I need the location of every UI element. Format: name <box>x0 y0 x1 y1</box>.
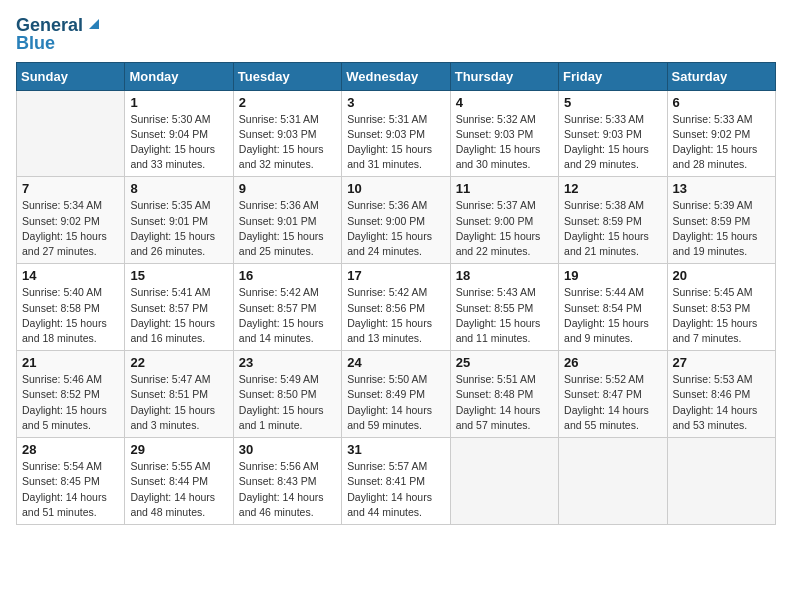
day-number: 19 <box>564 268 661 283</box>
day-detail: Sunrise: 5:30 AM Sunset: 9:04 PM Dayligh… <box>130 112 227 173</box>
calendar-cell <box>17 90 125 177</box>
calendar-cell: 28Sunrise: 5:54 AM Sunset: 8:45 PM Dayli… <box>17 438 125 525</box>
day-number: 4 <box>456 95 553 110</box>
calendar-week-row: 28Sunrise: 5:54 AM Sunset: 8:45 PM Dayli… <box>17 438 776 525</box>
calendar-cell: 31Sunrise: 5:57 AM Sunset: 8:41 PM Dayli… <box>342 438 450 525</box>
day-number: 27 <box>673 355 770 370</box>
day-detail: Sunrise: 5:53 AM Sunset: 8:46 PM Dayligh… <box>673 372 770 433</box>
page-header: General Blue <box>16 16 776 54</box>
calendar-cell: 8Sunrise: 5:35 AM Sunset: 9:01 PM Daylig… <box>125 177 233 264</box>
day-detail: Sunrise: 5:40 AM Sunset: 8:58 PM Dayligh… <box>22 285 119 346</box>
day-detail: Sunrise: 5:46 AM Sunset: 8:52 PM Dayligh… <box>22 372 119 433</box>
day-number: 28 <box>22 442 119 457</box>
svg-marker-0 <box>89 19 99 29</box>
calendar-table: SundayMondayTuesdayWednesdayThursdayFrid… <box>16 62 776 525</box>
calendar-cell: 15Sunrise: 5:41 AM Sunset: 8:57 PM Dayli… <box>125 264 233 351</box>
day-number: 16 <box>239 268 336 283</box>
day-number: 10 <box>347 181 444 196</box>
calendar-cell: 9Sunrise: 5:36 AM Sunset: 9:01 PM Daylig… <box>233 177 341 264</box>
calendar-week-row: 14Sunrise: 5:40 AM Sunset: 8:58 PM Dayli… <box>17 264 776 351</box>
day-number: 1 <box>130 95 227 110</box>
day-number: 12 <box>564 181 661 196</box>
calendar-cell: 29Sunrise: 5:55 AM Sunset: 8:44 PM Dayli… <box>125 438 233 525</box>
day-detail: Sunrise: 5:39 AM Sunset: 8:59 PM Dayligh… <box>673 198 770 259</box>
logo-blue: Blue <box>16 34 55 54</box>
calendar-cell <box>667 438 775 525</box>
day-header-saturday: Saturday <box>667 62 775 90</box>
day-detail: Sunrise: 5:41 AM Sunset: 8:57 PM Dayligh… <box>130 285 227 346</box>
day-detail: Sunrise: 5:38 AM Sunset: 8:59 PM Dayligh… <box>564 198 661 259</box>
day-number: 13 <box>673 181 770 196</box>
calendar-cell: 14Sunrise: 5:40 AM Sunset: 8:58 PM Dayli… <box>17 264 125 351</box>
calendar-cell: 16Sunrise: 5:42 AM Sunset: 8:57 PM Dayli… <box>233 264 341 351</box>
day-header-thursday: Thursday <box>450 62 558 90</box>
day-detail: Sunrise: 5:50 AM Sunset: 8:49 PM Dayligh… <box>347 372 444 433</box>
day-number: 26 <box>564 355 661 370</box>
calendar-cell: 2Sunrise: 5:31 AM Sunset: 9:03 PM Daylig… <box>233 90 341 177</box>
calendar-cell <box>450 438 558 525</box>
day-number: 25 <box>456 355 553 370</box>
day-detail: Sunrise: 5:31 AM Sunset: 9:03 PM Dayligh… <box>239 112 336 173</box>
day-number: 5 <box>564 95 661 110</box>
calendar-cell: 3Sunrise: 5:31 AM Sunset: 9:03 PM Daylig… <box>342 90 450 177</box>
calendar-cell: 30Sunrise: 5:56 AM Sunset: 8:43 PM Dayli… <box>233 438 341 525</box>
calendar-cell: 11Sunrise: 5:37 AM Sunset: 9:00 PM Dayli… <box>450 177 558 264</box>
day-header-tuesday: Tuesday <box>233 62 341 90</box>
day-number: 6 <box>673 95 770 110</box>
day-detail: Sunrise: 5:45 AM Sunset: 8:53 PM Dayligh… <box>673 285 770 346</box>
day-header-wednesday: Wednesday <box>342 62 450 90</box>
day-number: 11 <box>456 181 553 196</box>
calendar-cell: 21Sunrise: 5:46 AM Sunset: 8:52 PM Dayli… <box>17 351 125 438</box>
day-detail: Sunrise: 5:36 AM Sunset: 9:01 PM Dayligh… <box>239 198 336 259</box>
day-detail: Sunrise: 5:44 AM Sunset: 8:54 PM Dayligh… <box>564 285 661 346</box>
day-number: 14 <box>22 268 119 283</box>
day-detail: Sunrise: 5:42 AM Sunset: 8:56 PM Dayligh… <box>347 285 444 346</box>
day-number: 9 <box>239 181 336 196</box>
day-detail: Sunrise: 5:56 AM Sunset: 8:43 PM Dayligh… <box>239 459 336 520</box>
day-detail: Sunrise: 5:47 AM Sunset: 8:51 PM Dayligh… <box>130 372 227 433</box>
day-detail: Sunrise: 5:33 AM Sunset: 9:03 PM Dayligh… <box>564 112 661 173</box>
day-number: 29 <box>130 442 227 457</box>
calendar-cell: 25Sunrise: 5:51 AM Sunset: 8:48 PM Dayli… <box>450 351 558 438</box>
day-header-monday: Monday <box>125 62 233 90</box>
day-number: 15 <box>130 268 227 283</box>
day-detail: Sunrise: 5:52 AM Sunset: 8:47 PM Dayligh… <box>564 372 661 433</box>
day-detail: Sunrise: 5:54 AM Sunset: 8:45 PM Dayligh… <box>22 459 119 520</box>
day-number: 22 <box>130 355 227 370</box>
day-detail: Sunrise: 5:34 AM Sunset: 9:02 PM Dayligh… <box>22 198 119 259</box>
day-detail: Sunrise: 5:35 AM Sunset: 9:01 PM Dayligh… <box>130 198 227 259</box>
day-detail: Sunrise: 5:31 AM Sunset: 9:03 PM Dayligh… <box>347 112 444 173</box>
day-number: 7 <box>22 181 119 196</box>
day-number: 23 <box>239 355 336 370</box>
day-detail: Sunrise: 5:57 AM Sunset: 8:41 PM Dayligh… <box>347 459 444 520</box>
calendar-cell: 27Sunrise: 5:53 AM Sunset: 8:46 PM Dayli… <box>667 351 775 438</box>
calendar-cell: 13Sunrise: 5:39 AM Sunset: 8:59 PM Dayli… <box>667 177 775 264</box>
calendar-cell <box>559 438 667 525</box>
day-number: 20 <box>673 268 770 283</box>
calendar-week-row: 7Sunrise: 5:34 AM Sunset: 9:02 PM Daylig… <box>17 177 776 264</box>
calendar-cell: 7Sunrise: 5:34 AM Sunset: 9:02 PM Daylig… <box>17 177 125 264</box>
day-detail: Sunrise: 5:55 AM Sunset: 8:44 PM Dayligh… <box>130 459 227 520</box>
calendar-cell: 22Sunrise: 5:47 AM Sunset: 8:51 PM Dayli… <box>125 351 233 438</box>
calendar-cell: 4Sunrise: 5:32 AM Sunset: 9:03 PM Daylig… <box>450 90 558 177</box>
day-detail: Sunrise: 5:42 AM Sunset: 8:57 PM Dayligh… <box>239 285 336 346</box>
logo: General Blue <box>16 16 103 54</box>
day-detail: Sunrise: 5:37 AM Sunset: 9:00 PM Dayligh… <box>456 198 553 259</box>
calendar-cell: 18Sunrise: 5:43 AM Sunset: 8:55 PM Dayli… <box>450 264 558 351</box>
calendar-cell: 1Sunrise: 5:30 AM Sunset: 9:04 PM Daylig… <box>125 90 233 177</box>
day-number: 17 <box>347 268 444 283</box>
calendar-cell: 6Sunrise: 5:33 AM Sunset: 9:02 PM Daylig… <box>667 90 775 177</box>
day-number: 24 <box>347 355 444 370</box>
day-number: 31 <box>347 442 444 457</box>
day-number: 30 <box>239 442 336 457</box>
day-detail: Sunrise: 5:32 AM Sunset: 9:03 PM Dayligh… <box>456 112 553 173</box>
day-number: 2 <box>239 95 336 110</box>
calendar-cell: 12Sunrise: 5:38 AM Sunset: 8:59 PM Dayli… <box>559 177 667 264</box>
calendar-cell: 17Sunrise: 5:42 AM Sunset: 8:56 PM Dayli… <box>342 264 450 351</box>
calendar-header-row: SundayMondayTuesdayWednesdayThursdayFrid… <box>17 62 776 90</box>
day-detail: Sunrise: 5:43 AM Sunset: 8:55 PM Dayligh… <box>456 285 553 346</box>
calendar-week-row: 21Sunrise: 5:46 AM Sunset: 8:52 PM Dayli… <box>17 351 776 438</box>
day-header-friday: Friday <box>559 62 667 90</box>
calendar-cell: 19Sunrise: 5:44 AM Sunset: 8:54 PM Dayli… <box>559 264 667 351</box>
day-detail: Sunrise: 5:51 AM Sunset: 8:48 PM Dayligh… <box>456 372 553 433</box>
